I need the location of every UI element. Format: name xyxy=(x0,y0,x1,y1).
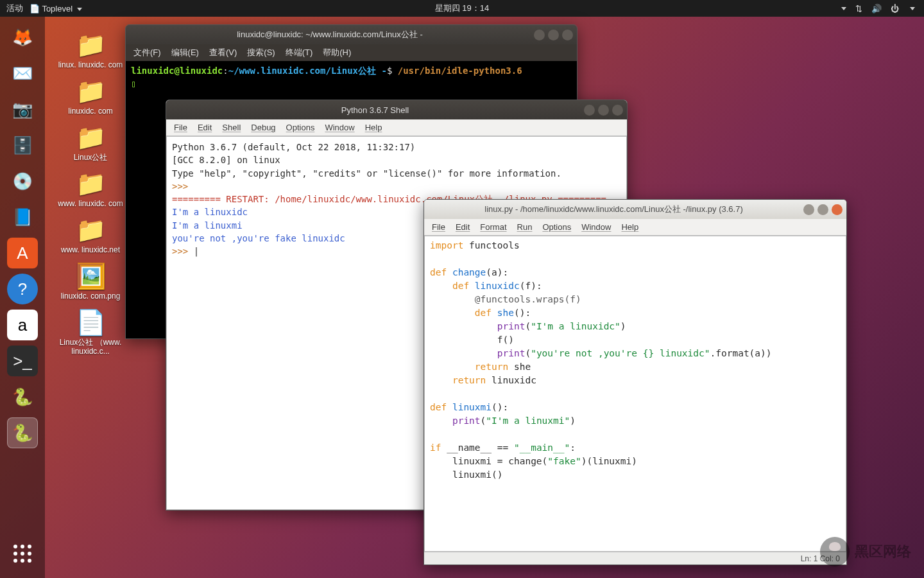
dock: 🦊 ✉️ 📷 🗄️ 💿 📘 A ? a >_ 🐍 🐍 xyxy=(0,17,45,578)
maximize-button[interactable] xyxy=(817,204,828,215)
menu-shell[interactable]: Shell xyxy=(222,123,241,132)
top-panel: 活动 📄 Toplevel 星期四 19：14 ⇅ 🔊 ⏻ xyxy=(0,0,924,17)
desktop-icon[interactable]: 📁Linux公社 xyxy=(55,123,126,162)
minimize-button[interactable] xyxy=(803,204,814,215)
dock-writer[interactable]: 📘 xyxy=(7,202,38,232)
menu-options[interactable]: Options xyxy=(286,123,315,132)
shell-output-line: Python 3.6.7 (default, Oct 22 2018, 11:3… xyxy=(172,141,621,153)
watermark: 黑区网络 xyxy=(820,537,911,566)
editor-window[interactable]: linux.py - /home/linuxidc/www.linuxidc.c… xyxy=(424,199,847,565)
maximize-button[interactable] xyxy=(548,30,559,40)
input-method-icon[interactable] xyxy=(841,7,846,10)
close-button[interactable] xyxy=(562,30,573,40)
dock-thunderbird[interactable]: ✉️ xyxy=(7,58,38,89)
dock-software[interactable]: A xyxy=(7,238,38,268)
editor-body[interactable]: import functools def change(a): def linu… xyxy=(424,236,846,552)
editor-statusbar: Ln: 1 Col: 0 xyxy=(424,552,846,565)
menu-help[interactable]: 帮助(H) xyxy=(323,47,351,58)
dock-python-file-2[interactable]: 🐍 xyxy=(7,417,38,448)
close-button[interactable] xyxy=(612,105,623,116)
menu-format[interactable]: Format xyxy=(480,222,506,232)
window-title: linuxidc@linuxidc: ~/www.linuxidc.com/Li… xyxy=(126,29,534,40)
dock-files[interactable]: 🗄️ xyxy=(7,130,38,161)
desktop-icon[interactable]: 📁linuxidc. com xyxy=(55,77,126,116)
titlebar[interactable]: linux.py - /home/linuxidc/www.linuxidc.c… xyxy=(424,200,846,219)
dock-camera[interactable]: 📷 xyxy=(7,94,38,125)
menu-view[interactable]: 查看(V) xyxy=(209,47,237,58)
dock-python-file-1[interactable]: 🐍 xyxy=(7,381,38,412)
titlebar[interactable]: Python 3.6.7 Shell xyxy=(166,100,627,119)
network-icon[interactable]: ⇅ xyxy=(855,4,862,13)
menu-file[interactable]: File xyxy=(174,123,187,132)
menu-search[interactable]: 搜索(S) xyxy=(247,47,275,58)
menu-edit[interactable]: Edit xyxy=(456,222,470,232)
menu-file[interactable]: 文件(F) xyxy=(133,47,161,58)
system-menu-chevron-icon[interactable] xyxy=(910,7,915,10)
desktop-icon[interactable]: 📁www. linuxidc.net xyxy=(55,216,126,254)
window-title: linux.py - /home/linuxidc/www.linuxidc.c… xyxy=(424,204,803,215)
activities-button[interactable]: 活动 xyxy=(6,3,23,14)
menu-edit[interactable]: Edit xyxy=(198,123,212,132)
dock-help[interactable]: ? xyxy=(7,274,38,304)
shell-output-line: [GCC 8.2.0] on linux xyxy=(172,153,621,166)
editor-menubar: File Edit Format Run Options Window Help xyxy=(424,219,846,236)
shell-output-line: Type "help", "copyright", "credits" or "… xyxy=(172,167,621,180)
menu-file[interactable]: File xyxy=(432,222,445,232)
menu-run[interactable]: Run xyxy=(517,222,533,232)
volume-icon[interactable]: 🔊 xyxy=(871,4,882,13)
window-title: Python 3.6.7 Shell xyxy=(166,105,584,115)
menu-terminal[interactable]: 终端(T) xyxy=(286,47,313,58)
maximize-button[interactable] xyxy=(598,105,609,116)
menu-options[interactable]: Options xyxy=(542,222,571,232)
chevron-down-icon xyxy=(77,8,82,11)
minimize-button[interactable] xyxy=(534,30,545,40)
shell-menubar: File Edit Shell Debug Options Window Hel… xyxy=(166,119,627,136)
clock[interactable]: 星期四 19：14 xyxy=(435,3,490,14)
desktop-icon[interactable]: 📁linux. linuxidc. com xyxy=(55,31,126,69)
terminal-menubar: 文件(F) 编辑(E) 查看(V) 搜索(S) 终端(T) 帮助(H) xyxy=(126,44,577,61)
app-indicator[interactable]: 📄 Toplevel xyxy=(30,4,82,13)
dock-firefox[interactable]: 🦊 xyxy=(7,22,38,53)
desktop-icon[interactable]: 🖼️linuxidc. com.png xyxy=(55,262,126,301)
close-button[interactable] xyxy=(832,204,843,215)
minimize-button[interactable] xyxy=(584,105,595,116)
desktop-icon[interactable]: 📄Linux公社 （www. linuxidc.c... xyxy=(55,308,126,356)
dock-terminal[interactable]: >_ xyxy=(7,346,38,376)
desktop-icons: 📁linux. linuxidc. com 📁linuxidc. com 📁Li… xyxy=(55,31,126,356)
menu-edit[interactable]: 编辑(E) xyxy=(171,47,199,58)
dock-rhythmbox[interactable]: 💿 xyxy=(7,166,38,197)
watermark-icon xyxy=(820,537,850,566)
menu-window[interactable]: Window xyxy=(581,222,611,232)
menu-debug[interactable]: Debug xyxy=(251,123,275,132)
dock-amazon[interactable]: a xyxy=(7,310,38,340)
menu-help[interactable]: Help xyxy=(621,222,638,232)
menu-window[interactable]: Window xyxy=(325,123,354,132)
show-applications[interactable] xyxy=(7,538,38,569)
menu-help[interactable]: Help xyxy=(365,123,382,132)
desktop-icon[interactable]: 📁www. linuxidc. com xyxy=(55,170,126,208)
titlebar[interactable]: linuxidc@linuxidc: ~/www.linuxidc.com/Li… xyxy=(126,25,577,44)
power-icon[interactable]: ⏻ xyxy=(891,4,899,13)
